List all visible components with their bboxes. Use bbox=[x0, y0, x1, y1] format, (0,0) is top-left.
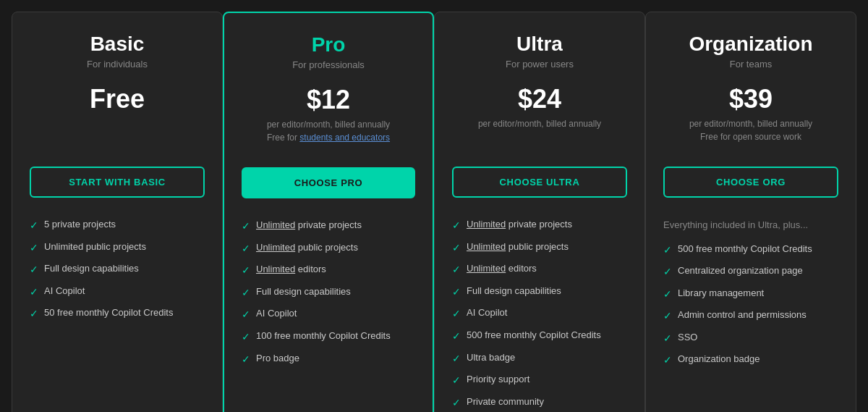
list-item: ✓Library management bbox=[663, 287, 838, 302]
pricing-grid: BasicFor individualsFreeSTART WITH BASIC… bbox=[12, 12, 856, 412]
list-item: ✓Full design capabilities bbox=[452, 285, 627, 300]
feature-text: Centralized organization page bbox=[678, 264, 803, 277]
check-icon: ✓ bbox=[242, 242, 250, 256]
plan-card-org: OrganizationFor teams$39per editor/month… bbox=[645, 12, 856, 412]
check-icon: ✓ bbox=[452, 396, 461, 411]
feature-list-pro: ✓Unlimited private projects✓Unlimited pu… bbox=[242, 219, 415, 366]
plan-card-ultra: UltraFor power users$24per editor/month,… bbox=[434, 12, 645, 412]
list-item: ✓AI Copilot bbox=[452, 306, 627, 321]
check-icon: ✓ bbox=[30, 307, 38, 321]
plan-price-pro: $12 bbox=[242, 85, 415, 115]
list-item: ✓Unlimited public projects bbox=[30, 240, 205, 256]
list-item: ✓AI Copilot bbox=[30, 285, 205, 300]
plan-card-pro: ProFor professionals$12per editor/month,… bbox=[223, 12, 434, 412]
list-item: ✓Pro badge bbox=[242, 352, 415, 367]
list-item: ✓Admin control and permissions bbox=[663, 308, 838, 324]
plan-price-detail-pro: per editor/month, billed annuallyFree fo… bbox=[242, 118, 415, 153]
check-icon: ✓ bbox=[242, 308, 250, 322]
check-icon: ✓ bbox=[663, 353, 672, 368]
list-item: ✓Priority support bbox=[452, 373, 627, 388]
plan-name-ultra: Ultra bbox=[452, 33, 627, 56]
plan-price-org: $39 bbox=[663, 84, 838, 114]
plan-subtitle-basic: For individuals bbox=[30, 59, 205, 70]
feature-text: Full design capabilities bbox=[44, 262, 139, 275]
plan-btn-ultra[interactable]: CHOOSE ULTRA bbox=[452, 167, 627, 198]
plan-btn-pro[interactable]: CHOOSE PRO bbox=[242, 167, 415, 198]
list-item: ✓SSO bbox=[663, 331, 838, 346]
plan-price-detail-org: per editor/month, billed annuallyFree fo… bbox=[663, 117, 838, 152]
list-item: ✓Full design capabilities bbox=[30, 262, 205, 277]
check-icon: ✓ bbox=[242, 330, 250, 345]
plan-price-detail-ultra: per editor/month, billed annually bbox=[452, 117, 627, 152]
check-icon: ✓ bbox=[452, 352, 461, 366]
feature-text: Unlimited private projects bbox=[256, 219, 362, 232]
list-item: ✓Private community bbox=[452, 395, 627, 411]
feature-text: 500 free monthly Copilot Credits bbox=[678, 243, 812, 256]
check-icon: ✓ bbox=[452, 374, 461, 388]
plan-price-ultra: $24 bbox=[452, 84, 627, 114]
check-icon: ✓ bbox=[242, 353, 250, 367]
plan-price-basic: Free bbox=[30, 84, 205, 114]
list-item: ✓AI Copilot bbox=[242, 307, 415, 322]
check-icon: ✓ bbox=[452, 263, 461, 277]
feature-text: SSO bbox=[678, 331, 697, 344]
plan-subtitle-org: For teams bbox=[663, 59, 838, 70]
feature-list-ultra: ✓Unlimited private projects✓Unlimited pu… bbox=[452, 218, 627, 410]
list-item: ✓Full design capabilities bbox=[242, 285, 415, 300]
check-icon: ✓ bbox=[30, 219, 38, 233]
feature-text: Unlimited editors bbox=[256, 263, 326, 276]
list-item: ✓Unlimited public projects bbox=[452, 240, 627, 256]
feature-list-basic: ✓5 private projects✓Unlimited public pro… bbox=[30, 218, 205, 321]
feature-text: Full design capabilities bbox=[256, 285, 351, 298]
feature-text: Priority support bbox=[467, 373, 529, 386]
list-item: ✓Ultra badge bbox=[452, 351, 627, 366]
feature-text: Pro badge bbox=[256, 352, 299, 365]
list-item: ✓Organization badge bbox=[663, 353, 838, 368]
plan-price-detail-basic bbox=[30, 117, 205, 152]
list-item: ✓Unlimited editors bbox=[452, 262, 627, 277]
list-item: ✓Unlimited editors bbox=[242, 263, 415, 278]
check-icon: ✓ bbox=[452, 241, 461, 256]
plan-org-intro: Everything included in Ultra, plus... bbox=[663, 218, 838, 232]
list-item: ✓Unlimited private projects bbox=[242, 219, 415, 234]
check-icon: ✓ bbox=[242, 264, 250, 278]
feature-text: Unlimited public projects bbox=[467, 240, 569, 253]
feature-text: 100 free monthly Copilot Credits bbox=[256, 329, 391, 342]
check-icon: ✓ bbox=[242, 286, 250, 300]
feature-text: Ultra badge bbox=[467, 351, 515, 364]
plan-btn-org[interactable]: CHOOSE ORG bbox=[663, 167, 838, 198]
plan-name-pro: Pro bbox=[242, 33, 415, 56]
feature-text: Full design capabilities bbox=[467, 285, 561, 298]
check-icon: ✓ bbox=[30, 241, 38, 256]
plan-btn-basic[interactable]: START WITH BASIC bbox=[30, 167, 205, 198]
feature-text: AI Copilot bbox=[256, 307, 297, 320]
list-item: ✓500 free monthly Copilot Credits bbox=[663, 243, 838, 258]
feature-text: Unlimited private projects bbox=[467, 218, 572, 231]
feature-text: Private community bbox=[467, 395, 544, 408]
plan-name-org: Organization bbox=[663, 33, 838, 56]
feature-text: AI Copilot bbox=[467, 306, 507, 319]
feature-text: AI Copilot bbox=[44, 285, 85, 298]
feature-list-org: ✓500 free monthly Copilot Credits✓Centra… bbox=[663, 243, 838, 369]
list-item: ✓5 private projects bbox=[30, 218, 205, 233]
check-icon: ✓ bbox=[452, 329, 461, 344]
check-icon: ✓ bbox=[663, 287, 672, 302]
feature-text: 5 private projects bbox=[44, 218, 116, 231]
plan-card-basic: BasicFor individualsFreeSTART WITH BASIC… bbox=[12, 12, 223, 412]
plan-subtitle-pro: For professionals bbox=[242, 59, 415, 70]
feature-text: Admin control and permissions bbox=[678, 308, 807, 321]
plan-subtitle-ultra: For power users bbox=[452, 59, 627, 70]
check-icon: ✓ bbox=[663, 309, 672, 324]
feature-text: Organization badge bbox=[678, 353, 760, 366]
check-icon: ✓ bbox=[30, 263, 38, 277]
feature-text: 500 free monthly Copilot Credits bbox=[467, 329, 601, 342]
feature-text: Unlimited public projects bbox=[44, 240, 146, 253]
list-item: ✓Centralized organization page bbox=[663, 264, 838, 279]
check-icon: ✓ bbox=[452, 219, 461, 233]
list-item: ✓50 free monthly Copilot Credits bbox=[30, 306, 205, 321]
feature-text: Unlimited public projects bbox=[256, 241, 358, 254]
check-icon: ✓ bbox=[663, 243, 672, 258]
plan-name-basic: Basic bbox=[30, 33, 205, 56]
students-educators-link[interactable]: students and educators bbox=[299, 133, 390, 143]
list-item: ✓500 free monthly Copilot Credits bbox=[452, 329, 627, 344]
